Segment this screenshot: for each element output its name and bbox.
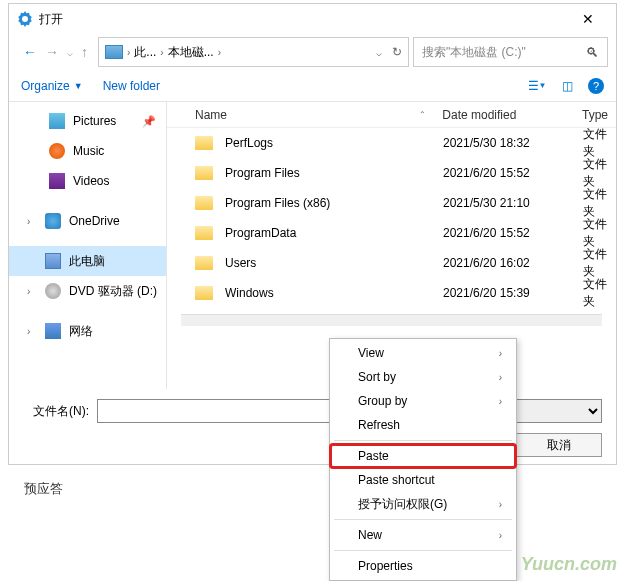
sidebar: Pictures 📌 Music Videos › OneDrive 此 xyxy=(9,102,167,389)
folder-icon xyxy=(195,196,213,210)
sidebar-item-music[interactable]: Music xyxy=(9,136,166,166)
dropdown-chevron-icon[interactable]: ⌵ xyxy=(376,47,382,58)
submenu-arrow-icon: › xyxy=(499,396,502,407)
file-type: 文件夹 xyxy=(575,186,616,220)
folder-icon xyxy=(195,286,213,300)
dialog-title: 打开 xyxy=(39,11,568,28)
menu-sortby[interactable]: Sort by› xyxy=(330,365,516,389)
dvd-icon xyxy=(45,283,61,299)
file-type: 文件夹 xyxy=(575,246,616,280)
cancel-button[interactable]: 取消 xyxy=(516,433,602,457)
expand-chevron-icon[interactable]: › xyxy=(27,286,37,297)
submenu-arrow-icon: › xyxy=(499,530,502,541)
breadcrumb-segment[interactable]: 本地磁... xyxy=(168,44,214,61)
menu-properties[interactable]: Properties xyxy=(330,554,516,578)
file-row[interactable]: ProgramData2021/6/20 15:52文件夹 xyxy=(167,218,616,248)
sidebar-item-thispc[interactable]: 此电脑 xyxy=(9,246,166,276)
menu-grant-access[interactable]: 授予访问权限(G)› xyxy=(330,492,516,516)
videos-icon xyxy=(49,173,65,189)
organize-menu[interactable]: Organize ▼ xyxy=(21,79,83,93)
sort-indicator-icon: ⌃ xyxy=(419,110,426,119)
network-icon xyxy=(45,323,61,339)
file-type: 文件夹 xyxy=(575,216,616,250)
sidebar-label: OneDrive xyxy=(69,214,120,228)
search-icon[interactable]: 🔍︎ xyxy=(586,45,599,60)
organize-label: Organize xyxy=(21,79,70,93)
horizontal-scrollbar[interactable] xyxy=(181,314,602,326)
file-row[interactable]: Users2021/6/20 16:02文件夹 xyxy=(167,248,616,278)
menu-separator xyxy=(334,440,512,441)
menu-refresh[interactable]: Refresh xyxy=(330,413,516,437)
file-date: 2021/6/20 15:52 xyxy=(435,166,575,180)
chevron-right-icon[interactable]: › xyxy=(127,47,130,58)
file-type: 文件夹 xyxy=(575,156,616,190)
column-date[interactable]: Date modified xyxy=(434,108,574,122)
forward-arrow-icon[interactable]: → xyxy=(45,44,59,60)
preview-pane-icon[interactable]: ◫ xyxy=(558,77,576,95)
toolbar: Organize ▼ New folder ☰ ▼ ◫ ? xyxy=(9,70,616,102)
nav-bar: ← → ⌵ ↑ › 此... › 本地磁... › ⌵ ↻ 搜索"本地磁盘 (C… xyxy=(9,34,616,70)
sidebar-label: 此电脑 xyxy=(69,253,105,270)
drive-icon xyxy=(105,45,123,59)
menu-new[interactable]: New› xyxy=(330,523,516,547)
music-icon xyxy=(49,143,65,159)
menu-separator xyxy=(334,519,512,520)
menu-paste[interactable]: Paste xyxy=(330,444,516,468)
menu-label: View xyxy=(358,346,384,360)
refresh-icon[interactable]: ↻ xyxy=(392,45,402,59)
file-date: 2021/5/30 18:32 xyxy=(435,136,575,150)
file-row[interactable]: PerfLogs2021/5/30 18:32文件夹 xyxy=(167,128,616,158)
new-folder-button[interactable]: New folder xyxy=(103,79,160,93)
file-type: 文件夹 xyxy=(575,276,616,310)
up-arrow-icon[interactable]: ↑ xyxy=(81,44,88,60)
sidebar-item-network[interactable]: › 网络 xyxy=(9,316,166,346)
expand-chevron-icon[interactable]: › xyxy=(27,216,37,227)
search-input[interactable]: 搜索"本地磁盘 (C:)" 🔍︎ xyxy=(413,37,608,67)
file-name: Program Files xyxy=(225,166,300,180)
breadcrumb[interactable]: › 此... › 本地磁... › ⌵ ↻ xyxy=(98,37,409,67)
recent-chevron-icon[interactable]: ⌵ xyxy=(67,47,73,58)
file-row[interactable]: Program Files (x86)2021/5/30 21:10文件夹 xyxy=(167,188,616,218)
sidebar-item-pictures[interactable]: Pictures 📌 xyxy=(9,106,166,136)
menu-label: New xyxy=(358,528,382,542)
menu-label: Sort by xyxy=(358,370,396,384)
dialog-footer: 文件名(N): 取消 xyxy=(9,389,616,467)
menu-paste-shortcut[interactable]: Paste shortcut xyxy=(330,468,516,492)
folder-icon xyxy=(195,136,213,150)
file-row[interactable]: Windows2021/6/20 15:39文件夹 xyxy=(167,278,616,308)
pin-icon: 📌 xyxy=(142,115,156,128)
breadcrumb-segment[interactable]: 此... xyxy=(134,44,156,61)
context-menu: View› Sort by› Group by› Refresh Paste P… xyxy=(329,338,517,581)
background-text: 预应答 xyxy=(24,480,63,498)
view-list-icon[interactable]: ☰ ▼ xyxy=(528,77,546,95)
help-icon[interactable]: ? xyxy=(588,78,604,94)
sidebar-label: Music xyxy=(73,144,104,158)
submenu-arrow-icon: › xyxy=(499,499,502,510)
folder-icon xyxy=(195,256,213,270)
menu-view[interactable]: View› xyxy=(330,341,516,365)
pc-icon xyxy=(45,253,61,269)
file-date: 2021/6/20 15:39 xyxy=(435,286,575,300)
submenu-arrow-icon: › xyxy=(499,372,502,383)
expand-chevron-icon[interactable]: › xyxy=(27,326,37,337)
close-button[interactable]: ✕ xyxy=(568,4,608,34)
chevron-right-icon[interactable]: › xyxy=(218,47,221,58)
back-arrow-icon[interactable]: ← xyxy=(23,44,37,60)
folder-icon xyxy=(195,166,213,180)
file-name: Program Files (x86) xyxy=(225,196,330,210)
file-name: Users xyxy=(225,256,256,270)
file-row[interactable]: Program Files2021/6/20 15:52文件夹 xyxy=(167,158,616,188)
chevron-down-icon: ▼ xyxy=(74,81,83,91)
sidebar-item-onedrive[interactable]: › OneDrive xyxy=(9,206,166,236)
submenu-arrow-icon: › xyxy=(499,348,502,359)
column-type[interactable]: Type xyxy=(574,108,616,122)
chevron-right-icon[interactable]: › xyxy=(160,47,163,58)
sidebar-item-dvd[interactable]: › DVD 驱动器 (D:) xyxy=(9,276,166,306)
menu-groupby[interactable]: Group by› xyxy=(330,389,516,413)
sidebar-item-videos[interactable]: Videos xyxy=(9,166,166,196)
sidebar-label: Videos xyxy=(73,174,109,188)
pictures-icon xyxy=(49,113,65,129)
filename-label: 文件名(N): xyxy=(23,403,89,420)
column-name[interactable]: Name ⌃ xyxy=(167,108,434,122)
menu-separator xyxy=(334,550,512,551)
